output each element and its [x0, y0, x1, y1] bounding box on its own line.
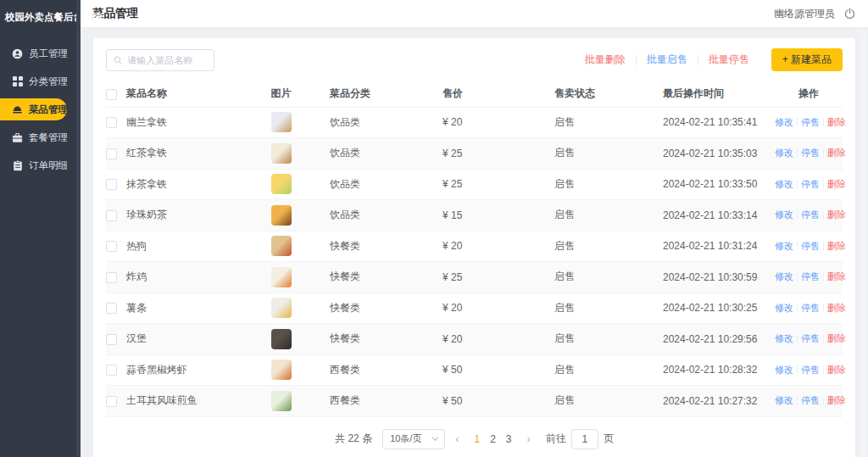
new-dish-button[interactable]: + 新建菜品: [771, 48, 843, 71]
dish-last-modified: 2024-02-21 10:31:24: [648, 231, 775, 262]
row-action-3[interactable]: 删除: [827, 364, 846, 376]
row-action-3[interactable]: 删除: [827, 240, 846, 253]
dish-price: ¥ 15: [427, 200, 537, 231]
dish-price: ¥ 20: [427, 107, 537, 138]
row-checkbox[interactable]: [106, 303, 117, 314]
page-size-select[interactable]: 10条/页: [382, 429, 445, 449]
dish-last-modified: 2024-02-21 10:30:25: [648, 293, 775, 324]
col-header-image: 图片: [245, 81, 317, 107]
row-action-3[interactable]: 删除: [827, 270, 846, 283]
dish-last-modified: 2024-02-21 10:27:32: [648, 386, 775, 417]
batch-button-2[interactable]: 批量启售: [637, 53, 698, 67]
dish-icon: [12, 104, 23, 115]
dish-status: 启售: [537, 354, 648, 386]
grid-icon: [12, 76, 23, 87]
dish-status: 启售: [537, 231, 648, 262]
row-action-2[interactable]: 停售: [801, 178, 820, 191]
row-action-1[interactable]: 修改: [775, 394, 793, 407]
sidebar-item-label: 员工管理: [29, 47, 68, 60]
action-separator: [797, 304, 798, 312]
row-action-2[interactable]: 停售: [801, 270, 820, 283]
topbar: 菜品管理 幽络源管理员: [81, 0, 868, 28]
row-action-2[interactable]: 停售: [801, 364, 820, 376]
goto-page-input[interactable]: [571, 429, 598, 449]
batch-button-1[interactable]: 批量删除: [575, 53, 636, 67]
row-action-2[interactable]: 停售: [801, 116, 820, 129]
prev-page-arrow[interactable]: ‹: [452, 432, 462, 445]
row-checkbox[interactable]: [106, 334, 117, 345]
row-checkbox[interactable]: [106, 272, 117, 283]
row-action-1[interactable]: 修改: [775, 270, 793, 283]
dish-name: 抹茶拿铁: [126, 169, 245, 200]
dish-status: 启售: [537, 293, 648, 324]
page-number-3[interactable]: 3: [501, 433, 517, 445]
row-action-3[interactable]: 删除: [827, 116, 846, 129]
row-checkbox[interactable]: [106, 365, 117, 376]
goto-page: 前往 页: [546, 429, 614, 449]
action-separator: [823, 335, 824, 343]
row-action-1[interactable]: 修改: [775, 302, 793, 315]
row-action-3[interactable]: 删除: [827, 302, 846, 315]
app-window: 校园外卖点餐后台系统 员工管理分类管理菜品管理套餐管理订单明细 菜品管理 幽络源…: [0, 0, 868, 457]
action-separator: [797, 180, 798, 188]
search-icon: [114, 55, 122, 65]
row-checkbox[interactable]: [106, 396, 117, 407]
batch-actions: 批量删除批量启售批量停售: [575, 53, 760, 67]
dish-image: [271, 359, 292, 380]
dish-status: 启售: [537, 169, 648, 200]
row-action-2[interactable]: 停售: [801, 302, 820, 315]
dish-category: 饮品类: [317, 169, 427, 200]
next-page-arrow[interactable]: ›: [524, 432, 534, 445]
clipboard-icon: [12, 160, 23, 171]
action-separator: [797, 335, 798, 343]
sidebar-item-label: 菜品管理: [29, 103, 68, 116]
dish-image: [271, 391, 292, 411]
select-all-checkbox[interactable]: [106, 89, 117, 100]
row-action-1[interactable]: 修改: [775, 147, 793, 159]
col-header-price: 售价: [427, 81, 537, 107]
sidebar-item-label: 分类管理: [29, 75, 68, 88]
row-action-3[interactable]: 删除: [827, 394, 846, 407]
dish-category: 快餐类: [317, 262, 427, 293]
table-row: 幽兰拿铁饮品类¥ 20启售2024-02-21 10:35:41修改停售删除: [106, 107, 843, 138]
row-action-1[interactable]: 修改: [775, 178, 793, 191]
row-checkbox[interactable]: [106, 210, 117, 221]
row-action-3[interactable]: 删除: [827, 332, 846, 345]
sidebar: 校园外卖点餐后台系统 员工管理分类管理菜品管理套餐管理订单明细: [0, 0, 81, 457]
row-action-1[interactable]: 修改: [775, 116, 793, 129]
row-action-2[interactable]: 停售: [801, 332, 820, 345]
row-checkbox[interactable]: [106, 148, 117, 159]
page-scrollbar[interactable]: [860, 30, 865, 457]
row-action-2[interactable]: 停售: [801, 394, 820, 407]
row-action-3[interactable]: 删除: [827, 209, 846, 221]
dish-price: ¥ 25: [427, 262, 537, 293]
toolbar: 批量删除批量启售批量停售 + 新建菜品: [106, 48, 843, 71]
page-number-1[interactable]: 1: [469, 433, 485, 445]
batch-button-3[interactable]: 批量停售: [698, 53, 760, 67]
row-action-1[interactable]: 修改: [775, 364, 793, 376]
sidebar-item-5[interactable]: 订单明细: [0, 154, 81, 176]
row-action-2[interactable]: 停售: [801, 240, 820, 253]
sidebar-item-2[interactable]: 分类管理: [0, 70, 81, 92]
row-checkbox[interactable]: [106, 241, 117, 252]
row-action-2[interactable]: 停售: [801, 147, 820, 159]
dish-image: [271, 143, 292, 164]
row-action-2[interactable]: 停售: [801, 209, 820, 221]
sidebar-item-1[interactable]: 员工管理: [0, 42, 81, 64]
row-action-1[interactable]: 修改: [775, 332, 793, 345]
logout-power-icon[interactable]: [843, 8, 856, 20]
row-checkbox[interactable]: [106, 179, 117, 190]
row-action-1[interactable]: 修改: [775, 240, 793, 253]
sidebar-item-4[interactable]: 套餐管理: [0, 126, 81, 148]
search-input[interactable]: [127, 55, 207, 65]
row-action-3[interactable]: 删除: [827, 147, 846, 159]
page-number-2[interactable]: 2: [485, 433, 501, 445]
sidebar-item-3[interactable]: 菜品管理: [0, 98, 67, 120]
row-checkbox[interactable]: [106, 117, 117, 128]
toolbar-right: 批量删除批量启售批量停售 + 新建菜品: [575, 48, 843, 71]
dish-price: ¥ 20: [427, 231, 537, 262]
dish-name: 土耳其风味煎鱼: [126, 386, 245, 417]
row-action-3[interactable]: 删除: [827, 178, 846, 191]
dish-image: [271, 329, 292, 349]
row-action-1[interactable]: 修改: [775, 209, 793, 221]
